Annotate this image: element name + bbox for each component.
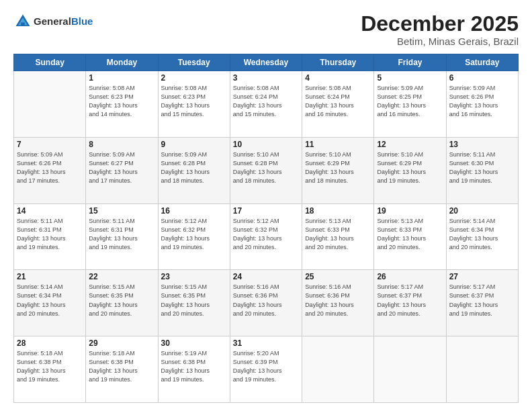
day-number: 2 <box>161 73 227 83</box>
calendar-table: Sunday Monday Tuesday Wednesday Thursday… <box>13 54 519 403</box>
header-friday: Friday <box>374 54 446 71</box>
table-row: 18Sunrise: 5:13 AM Sunset: 6:33 PM Dayli… <box>302 203 374 270</box>
day-number: 19 <box>377 206 443 216</box>
header-thursday: Thursday <box>302 54 374 71</box>
day-number: 27 <box>449 272 515 281</box>
page: GeneralBlue December 2025 Betim, Minas G… <box>0 0 532 411</box>
table-row: 30Sunrise: 5:19 AM Sunset: 6:38 PM Dayli… <box>158 336 230 403</box>
calendar-week-row: 1Sunrise: 5:08 AM Sunset: 6:23 PM Daylig… <box>14 71 519 138</box>
day-number: 20 <box>449 206 515 216</box>
calendar-week-row: 14Sunrise: 5:11 AM Sunset: 6:31 PM Dayli… <box>14 203 519 270</box>
day-info: Sunrise: 5:16 AM Sunset: 6:36 PM Dayligh… <box>305 283 371 318</box>
day-number: 3 <box>233 73 299 83</box>
table-row: 22Sunrise: 5:15 AM Sunset: 6:35 PM Dayli… <box>86 270 158 336</box>
month-title: December 2025 <box>361 12 519 36</box>
day-info: Sunrise: 5:08 AM Sunset: 6:23 PM Dayligh… <box>161 84 227 119</box>
day-number: 23 <box>161 272 227 281</box>
table-row: 31Sunrise: 5:20 AM Sunset: 6:39 PM Dayli… <box>230 336 302 403</box>
header-sunday: Sunday <box>14 54 86 71</box>
day-info: Sunrise: 5:10 AM Sunset: 6:29 PM Dayligh… <box>377 150 443 185</box>
day-info: Sunrise: 5:16 AM Sunset: 6:36 PM Dayligh… <box>233 283 299 318</box>
table-row: 21Sunrise: 5:14 AM Sunset: 6:34 PM Dayli… <box>14 270 86 336</box>
day-number: 28 <box>17 338 83 348</box>
calendar-week-row: 7Sunrise: 5:09 AM Sunset: 6:26 PM Daylig… <box>14 137 519 203</box>
table-row: 23Sunrise: 5:15 AM Sunset: 6:35 PM Dayli… <box>158 270 230 336</box>
day-info: Sunrise: 5:12 AM Sunset: 6:32 PM Dayligh… <box>161 217 227 252</box>
day-number: 22 <box>89 272 154 281</box>
table-row: 20Sunrise: 5:14 AM Sunset: 6:34 PM Dayli… <box>446 203 518 270</box>
day-info: Sunrise: 5:11 AM Sunset: 6:31 PM Dayligh… <box>17 217 83 252</box>
table-row: 3Sunrise: 5:08 AM Sunset: 6:24 PM Daylig… <box>230 71 302 138</box>
day-info: Sunrise: 5:17 AM Sunset: 6:37 PM Dayligh… <box>449 283 515 318</box>
title-section: December 2025 Betim, Minas Gerais, Brazi… <box>361 12 519 47</box>
day-number: 18 <box>305 206 371 216</box>
day-info: Sunrise: 5:09 AM Sunset: 6:26 PM Dayligh… <box>17 150 83 185</box>
day-info: Sunrise: 5:11 AM Sunset: 6:31 PM Dayligh… <box>89 217 154 252</box>
day-number: 6 <box>449 73 515 83</box>
table-row: 2Sunrise: 5:08 AM Sunset: 6:23 PM Daylig… <box>158 71 230 138</box>
table-row <box>302 336 374 403</box>
day-info: Sunrise: 5:10 AM Sunset: 6:28 PM Dayligh… <box>233 150 299 185</box>
day-number: 1 <box>89 73 154 83</box>
day-info: Sunrise: 5:13 AM Sunset: 6:33 PM Dayligh… <box>377 217 443 252</box>
day-number: 16 <box>161 206 227 216</box>
calendar-week-row: 21Sunrise: 5:14 AM Sunset: 6:34 PM Dayli… <box>14 270 519 336</box>
table-row <box>14 71 86 138</box>
day-info: Sunrise: 5:18 AM Sunset: 6:38 PM Dayligh… <box>17 349 83 384</box>
table-row: 25Sunrise: 5:16 AM Sunset: 6:36 PM Dayli… <box>302 270 374 336</box>
table-row <box>446 336 518 403</box>
table-row: 24Sunrise: 5:16 AM Sunset: 6:36 PM Dayli… <box>230 270 302 336</box>
svg-rect-2 <box>21 22 25 26</box>
header-wednesday: Wednesday <box>230 54 302 71</box>
logo-blue: Blue <box>71 15 93 27</box>
day-number: 31 <box>233 338 299 348</box>
table-row: 10Sunrise: 5:10 AM Sunset: 6:28 PM Dayli… <box>230 137 302 203</box>
day-number: 21 <box>17 272 83 281</box>
day-number: 7 <box>17 140 83 149</box>
day-info: Sunrise: 5:14 AM Sunset: 6:34 PM Dayligh… <box>449 217 515 252</box>
calendar-week-row: 28Sunrise: 5:18 AM Sunset: 6:38 PM Dayli… <box>14 336 519 403</box>
table-row: 19Sunrise: 5:13 AM Sunset: 6:33 PM Dayli… <box>374 203 446 270</box>
table-row: 16Sunrise: 5:12 AM Sunset: 6:32 PM Dayli… <box>158 203 230 270</box>
day-number: 30 <box>161 338 227 348</box>
day-number: 4 <box>305 73 371 83</box>
day-info: Sunrise: 5:08 AM Sunset: 6:24 PM Dayligh… <box>233 84 299 119</box>
logo: GeneralBlue <box>13 12 93 31</box>
day-number: 5 <box>377 73 443 83</box>
table-row: 12Sunrise: 5:10 AM Sunset: 6:29 PM Dayli… <box>374 137 446 203</box>
table-row: 29Sunrise: 5:18 AM Sunset: 6:38 PM Dayli… <box>86 336 158 403</box>
day-number: 29 <box>89 338 154 348</box>
table-row: 15Sunrise: 5:11 AM Sunset: 6:31 PM Dayli… <box>86 203 158 270</box>
day-info: Sunrise: 5:08 AM Sunset: 6:23 PM Dayligh… <box>89 84 154 119</box>
day-number: 17 <box>233 206 299 216</box>
table-row: 26Sunrise: 5:17 AM Sunset: 6:37 PM Dayli… <box>374 270 446 336</box>
day-info: Sunrise: 5:20 AM Sunset: 6:39 PM Dayligh… <box>233 349 299 384</box>
day-info: Sunrise: 5:12 AM Sunset: 6:32 PM Dayligh… <box>233 217 299 252</box>
header-monday: Monday <box>86 54 158 71</box>
table-row: 13Sunrise: 5:11 AM Sunset: 6:30 PM Dayli… <box>446 137 518 203</box>
header: GeneralBlue December 2025 Betim, Minas G… <box>13 12 519 47</box>
table-row: 9Sunrise: 5:09 AM Sunset: 6:28 PM Daylig… <box>158 137 230 203</box>
day-info: Sunrise: 5:17 AM Sunset: 6:37 PM Dayligh… <box>377 283 443 318</box>
day-number: 24 <box>233 272 299 281</box>
day-number: 10 <box>233 140 299 149</box>
day-info: Sunrise: 5:15 AM Sunset: 6:35 PM Dayligh… <box>161 283 227 318</box>
day-info: Sunrise: 5:13 AM Sunset: 6:33 PM Dayligh… <box>305 217 371 252</box>
day-info: Sunrise: 5:11 AM Sunset: 6:30 PM Dayligh… <box>449 150 515 185</box>
day-info: Sunrise: 5:19 AM Sunset: 6:38 PM Dayligh… <box>161 349 227 384</box>
header-saturday: Saturday <box>446 54 518 71</box>
header-tuesday: Tuesday <box>158 54 230 71</box>
table-row: 1Sunrise: 5:08 AM Sunset: 6:23 PM Daylig… <box>86 71 158 138</box>
day-number: 11 <box>305 140 371 149</box>
day-info: Sunrise: 5:18 AM Sunset: 6:38 PM Dayligh… <box>89 349 154 384</box>
table-row: 27Sunrise: 5:17 AM Sunset: 6:37 PM Dayli… <box>446 270 518 336</box>
day-info: Sunrise: 5:10 AM Sunset: 6:29 PM Dayligh… <box>305 150 371 185</box>
table-row: 14Sunrise: 5:11 AM Sunset: 6:31 PM Dayli… <box>14 203 86 270</box>
table-row: 7Sunrise: 5:09 AM Sunset: 6:26 PM Daylig… <box>14 137 86 203</box>
table-row: 8Sunrise: 5:09 AM Sunset: 6:27 PM Daylig… <box>86 137 158 203</box>
day-number: 9 <box>161 140 227 149</box>
table-row: 6Sunrise: 5:09 AM Sunset: 6:26 PM Daylig… <box>446 71 518 138</box>
day-info: Sunrise: 5:09 AM Sunset: 6:28 PM Dayligh… <box>161 150 227 185</box>
calendar-header: Sunday Monday Tuesday Wednesday Thursday… <box>14 54 519 71</box>
table-row: 4Sunrise: 5:08 AM Sunset: 6:24 PM Daylig… <box>302 71 374 138</box>
